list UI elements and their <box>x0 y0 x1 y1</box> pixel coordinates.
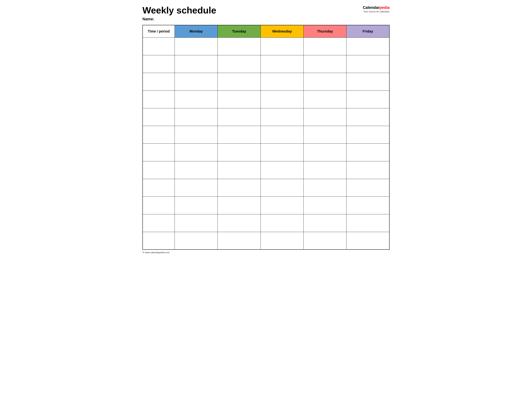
cell-monday-9[interactable] <box>175 196 218 214</box>
cell-monday-2[interactable] <box>175 73 218 91</box>
cell-tuesday-10[interactable] <box>218 214 260 232</box>
cell-thursday-4[interactable] <box>304 108 346 126</box>
table-row <box>143 161 389 179</box>
cell-tuesday-8[interactable] <box>218 179 260 196</box>
logo-text: Calendarpedia <box>363 5 390 10</box>
page-wrapper: Weekly schedule Name: Calendarpedia Your… <box>142 5 390 254</box>
cell-thursday-8[interactable] <box>304 179 346 196</box>
cell-wednesday-4[interactable] <box>260 108 304 126</box>
table-row <box>143 232 389 250</box>
cell-thursday-7[interactable] <box>304 161 346 179</box>
table-row <box>143 108 389 126</box>
cell-wednesday-7[interactable] <box>260 161 304 179</box>
cell-thursday-5[interactable] <box>304 126 346 143</box>
col-header-friday: Friday <box>347 25 389 38</box>
cell-time-4[interactable] <box>143 108 175 126</box>
table-row <box>143 91 389 108</box>
cell-thursday-1[interactable] <box>304 55 346 73</box>
title-section: Weekly schedule Name: <box>142 5 363 21</box>
cell-tuesday-4[interactable] <box>218 108 260 126</box>
cell-tuesday-0[interactable] <box>218 38 260 55</box>
cell-time-10[interactable] <box>143 214 175 232</box>
cell-friday-0[interactable] <box>347 38 389 55</box>
cell-monday-7[interactable] <box>175 161 218 179</box>
cell-thursday-0[interactable] <box>304 38 346 55</box>
cell-monday-10[interactable] <box>175 214 218 232</box>
table-row <box>143 73 389 91</box>
cell-wednesday-9[interactable] <box>260 196 304 214</box>
cell-monday-1[interactable] <box>175 55 218 73</box>
cell-time-8[interactable] <box>143 179 175 196</box>
cell-friday-1[interactable] <box>347 55 389 73</box>
copyright-text: © www.calendarpedia.com <box>142 251 170 254</box>
cell-time-3[interactable] <box>143 91 175 108</box>
cell-monday-8[interactable] <box>175 179 218 196</box>
cell-friday-5[interactable] <box>347 126 389 143</box>
page-header: Weekly schedule Name: Calendarpedia Your… <box>142 5 390 21</box>
col-header-wednesday: Wednesday <box>260 25 304 38</box>
cell-friday-4[interactable] <box>347 108 389 126</box>
cell-tuesday-1[interactable] <box>218 55 260 73</box>
cell-friday-10[interactable] <box>347 214 389 232</box>
page-title: Weekly schedule <box>142 5 363 15</box>
logo-calendar: Calendar <box>363 5 379 10</box>
cell-friday-6[interactable] <box>347 143 389 161</box>
table-row <box>143 143 389 161</box>
logo-subtitle: Your source for calendars <box>363 10 390 13</box>
logo-pedia: pedia <box>380 5 390 10</box>
cell-wednesday-1[interactable] <box>260 55 304 73</box>
cell-thursday-10[interactable] <box>304 214 346 232</box>
cell-friday-2[interactable] <box>347 73 389 91</box>
cell-tuesday-2[interactable] <box>218 73 260 91</box>
cell-tuesday-5[interactable] <box>218 126 260 143</box>
cell-time-2[interactable] <box>143 73 175 91</box>
cell-thursday-3[interactable] <box>304 91 346 108</box>
name-label: Name: <box>142 17 363 21</box>
cell-time-11[interactable] <box>143 232 175 250</box>
cell-time-0[interactable] <box>143 38 175 55</box>
cell-tuesday-6[interactable] <box>218 143 260 161</box>
cell-monday-4[interactable] <box>175 108 218 126</box>
schedule-table: Time / period Monday Tuesday Wednesday T… <box>142 25 390 250</box>
col-header-thursday: Thursday <box>304 25 346 38</box>
cell-time-7[interactable] <box>143 161 175 179</box>
cell-thursday-6[interactable] <box>304 143 346 161</box>
cell-time-9[interactable] <box>143 196 175 214</box>
cell-friday-7[interactable] <box>347 161 389 179</box>
cell-thursday-11[interactable] <box>304 232 346 250</box>
table-row <box>143 196 389 214</box>
cell-wednesday-3[interactable] <box>260 91 304 108</box>
cell-friday-8[interactable] <box>347 179 389 196</box>
col-header-time: Time / period <box>143 25 175 38</box>
col-header-monday: Monday <box>175 25 218 38</box>
table-row <box>143 38 389 55</box>
cell-tuesday-9[interactable] <box>218 196 260 214</box>
logo-section: Calendarpedia Your source for calendars <box>363 5 390 13</box>
cell-monday-3[interactable] <box>175 91 218 108</box>
cell-tuesday-11[interactable] <box>218 232 260 250</box>
cell-wednesday-10[interactable] <box>260 214 304 232</box>
cell-tuesday-3[interactable] <box>218 91 260 108</box>
cell-time-5[interactable] <box>143 126 175 143</box>
cell-friday-3[interactable] <box>347 91 389 108</box>
cell-monday-11[interactable] <box>175 232 218 250</box>
cell-thursday-9[interactable] <box>304 196 346 214</box>
cell-friday-9[interactable] <box>347 196 389 214</box>
cell-tuesday-7[interactable] <box>218 161 260 179</box>
cell-wednesday-8[interactable] <box>260 179 304 196</box>
cell-thursday-2[interactable] <box>304 73 346 91</box>
cell-wednesday-0[interactable] <box>260 38 304 55</box>
cell-time-6[interactable] <box>143 143 175 161</box>
cell-wednesday-6[interactable] <box>260 143 304 161</box>
col-header-tuesday: Tuesday <box>218 25 260 38</box>
cell-monday-0[interactable] <box>175 38 218 55</box>
cell-wednesday-11[interactable] <box>260 232 304 250</box>
cell-friday-11[interactable] <box>347 232 389 250</box>
cell-monday-6[interactable] <box>175 143 218 161</box>
cell-time-1[interactable] <box>143 55 175 73</box>
cell-monday-5[interactable] <box>175 126 218 143</box>
cell-wednesday-2[interactable] <box>260 73 304 91</box>
table-row <box>143 214 389 232</box>
footer: © www.calendarpedia.com <box>142 251 390 254</box>
cell-wednesday-5[interactable] <box>260 126 304 143</box>
